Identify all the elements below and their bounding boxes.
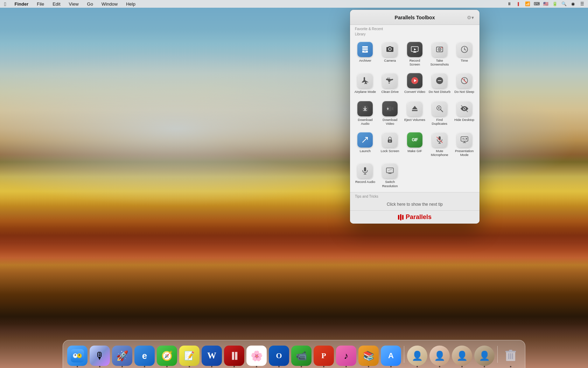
dock-item-appstore[interactable]: A	[381, 346, 401, 366]
dock-item-contacts1[interactable]: 👤	[407, 346, 427, 366]
dock-item-finder[interactable]	[67, 346, 88, 366]
dock-item-launchpad[interactable]: 🚀	[112, 346, 132, 366]
library-label: Library	[350, 32, 479, 37]
menu-help[interactable]: Help	[125, 1, 137, 7]
menu-view[interactable]: View	[68, 1, 80, 7]
tool-airplane-mode[interactable]: Airplane Mode	[353, 69, 378, 97]
tool-record-audio[interactable]: Record Audio	[353, 159, 378, 191]
download-video-label: Download Video	[379, 118, 401, 126]
eject-volumes-label: Eject Volumes	[404, 118, 425, 122]
wifi-icon[interactable]: 📶	[524, 1, 531, 7]
toolbox-footer: Parallels	[350, 210, 479, 224]
menu-file[interactable]: File	[35, 1, 46, 7]
tips-label: Tips and Tricks	[355, 195, 475, 198]
mute-microphone-icon	[432, 132, 447, 148]
tool-presentation-mode[interactable]: Presentation Mode	[452, 129, 477, 160]
toolbox-title: Parallels Toolbox	[363, 15, 466, 20]
download-video-icon	[382, 101, 398, 116]
dock-item-contacts3[interactable]: 👤	[452, 346, 472, 366]
flag-icon[interactable]: 🇺🇸	[542, 1, 549, 7]
tool-hide-desktop[interactable]: Hide Desktop	[452, 97, 477, 129]
dock-item-safari[interactable]: 🧭	[157, 346, 177, 366]
make-gif-label: Make GIF	[407, 149, 422, 153]
dock-item-siri[interactable]: 🎙	[90, 346, 110, 366]
eject-volumes-icon	[407, 101, 422, 116]
presentation-mode-icon	[457, 132, 472, 148]
do-not-disturb-icon	[432, 73, 447, 88]
tool-clean-drive[interactable]: Clean Drive	[378, 69, 402, 97]
find-duplicates-label: Find Duplicates	[428, 118, 450, 126]
menu-go[interactable]: Go	[86, 1, 94, 7]
tool-download-video[interactable]: Download Video	[378, 97, 402, 129]
toolbox-grid: Archiver Camera Record Screen	[350, 37, 479, 192]
menu-extras-icon[interactable]: ☰	[579, 1, 585, 7]
menu-edit[interactable]: Edit	[51, 1, 62, 7]
svg-point-10	[439, 49, 440, 50]
presentation-mode-label: Presentation Mode	[453, 149, 475, 157]
switch-resolution-label: Switch Resolution	[379, 180, 401, 188]
menubar-left:  Finder File Edit View Go Window Help	[3, 1, 506, 7]
tool-do-not-disturb[interactable]: Do Not Disturb	[427, 69, 452, 97]
tool-launch[interactable]: Launch	[353, 129, 378, 160]
dock-item-parallels[interactable]: ∥∥	[224, 346, 244, 366]
tool-download-audio[interactable]: Download Audio	[353, 97, 378, 129]
svg-line-51	[388, 169, 392, 171]
parallels-toolbox-panel: Parallels Toolbox ⚙▾ Favorite & Recent L…	[350, 10, 479, 224]
parallels-bars-icon	[398, 214, 404, 220]
svg-rect-3	[364, 51, 366, 52]
battery-icon[interactable]: 🔋	[552, 1, 558, 7]
hide-desktop-label: Hide Desktop	[454, 118, 474, 122]
tool-switch-resolution[interactable]: Switch Resolution	[378, 159, 402, 191]
lock-screen-icon	[382, 132, 398, 148]
clean-drive-icon	[382, 73, 398, 88]
tool-archiver[interactable]: Archiver	[353, 38, 378, 69]
take-screenshots-icon	[432, 42, 447, 57]
dock-item-outlook[interactable]: O	[269, 346, 289, 366]
lock-screen-label: Lock Screen	[381, 149, 399, 153]
dock-item-powerpoint[interactable]: P	[314, 346, 334, 366]
dock-separator-2	[497, 346, 498, 363]
dock-item-facetime[interactable]: 📹	[291, 346, 312, 366]
find-duplicates-icon	[432, 101, 447, 116]
dock-item-contacts2[interactable]: 👤	[429, 346, 450, 366]
record-audio-label: Record Audio	[355, 180, 375, 184]
dock-item-itunes[interactable]: ♪	[336, 346, 356, 366]
tool-do-not-sleep[interactable]: Do Not Sleep	[452, 69, 477, 97]
camera-label: Camera	[384, 59, 396, 62]
parallels-bar-1	[398, 215, 399, 220]
pause-icon[interactable]: ⏸	[506, 1, 512, 7]
app-name[interactable]: Finder	[13, 1, 30, 7]
apple-menu[interactable]: 	[3, 1, 7, 7]
dock-item-books[interactable]: 📚	[358, 346, 379, 366]
tool-take-screenshots[interactable]: Take Screenshots	[427, 38, 452, 69]
menu-window[interactable]: Window	[100, 1, 119, 7]
tool-lock-screen[interactable]: Lock Screen	[378, 129, 402, 160]
tool-convert-video[interactable]: Convert Video	[402, 69, 427, 97]
download-audio-label: Download Audio	[354, 118, 376, 126]
menubar:  Finder File Edit View Go Window Help ⏸…	[0, 0, 588, 8]
tool-mute-microphone[interactable]: Mute Microphone	[427, 129, 452, 160]
tool-find-duplicates[interactable]: Find Duplicates	[427, 97, 452, 129]
search-icon[interactable]: 🔍	[561, 1, 567, 7]
toolbox-tips-section: Tips and Tricks Click here to show the n…	[350, 192, 479, 210]
svg-rect-27	[412, 110, 418, 111]
dock-item-notes[interactable]: 📝	[179, 346, 200, 366]
svg-line-14	[464, 49, 466, 50]
camera-icon	[382, 42, 398, 57]
siri-icon[interactable]: ◉	[570, 1, 576, 7]
dock-item-ie[interactable]: e	[134, 346, 155, 366]
tool-make-gif[interactable]: GIF Make GIF	[402, 129, 427, 160]
dock-item-word[interactable]: W	[202, 346, 222, 366]
toolbox-settings-button[interactable]: ⚙▾	[466, 13, 475, 22]
tool-eject-volumes[interactable]: Eject Volumes	[402, 97, 427, 129]
tips-link[interactable]: Click here to show the next tip	[355, 200, 475, 209]
dock-item-photos[interactable]: 🌸	[246, 346, 267, 366]
keyboard-icon[interactable]: ⌨	[533, 1, 540, 7]
tool-record-screen[interactable]: Record Screen	[402, 38, 427, 69]
svg-marker-25	[392, 107, 393, 110]
dock-item-trash[interactable]	[500, 346, 521, 366]
parallels-menubar-icon[interactable]: ∥	[515, 1, 522, 7]
dock-item-contacts4[interactable]: 👤	[474, 346, 495, 366]
tool-camera[interactable]: Camera	[378, 38, 402, 69]
tool-time[interactable]: Time	[452, 38, 477, 69]
